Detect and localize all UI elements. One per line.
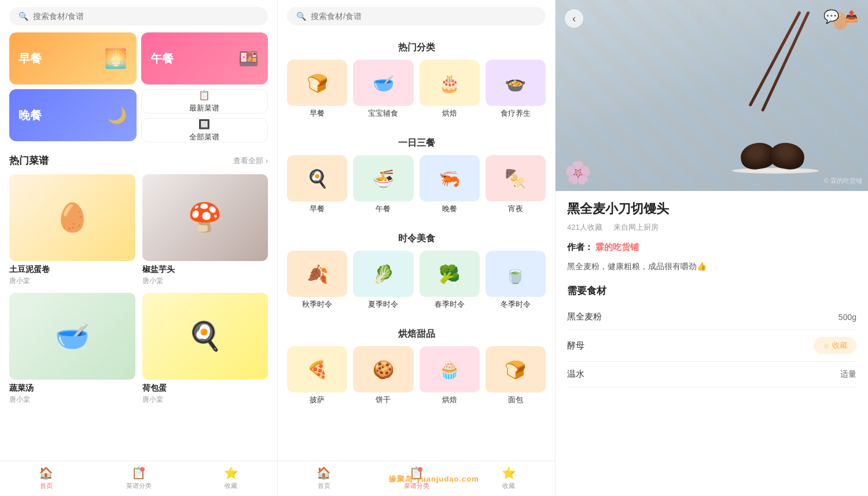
recipe-author-0: 唐小棠 <box>9 276 135 286</box>
dessert-title: 烘焙甜品 <box>278 319 555 346</box>
home-scroll: 早餐 🌅 午餐 🍱 晚餐 🌙 📋 最新菜谱 🔲 全部菜谱 <box>0 32 277 461</box>
recipe-name-1: 椒盐芋头 <box>142 264 269 275</box>
cat-item-summer[interactable]: 🥬 夏季时令 <box>353 251 413 310</box>
collect-count: 421人收藏 <box>567 223 602 232</box>
cat-img-pizza: 🍕 <box>287 346 347 392</box>
cat-label-health: 食疗养生 <box>486 108 546 119</box>
search-bar-home[interactable]: 🔍 <box>9 7 268 25</box>
all-recipe-label: 全部菜谱 <box>189 132 219 142</box>
recipe-title: 黑全麦小刀切馒头 <box>567 200 856 218</box>
favorites-nav-icon: ⭐ <box>224 466 238 480</box>
cat-img-cake: 🧁 <box>420 346 480 392</box>
bottom-nav-bar-category: 🏠 首页 📋 菜谱分类 ⭐ 收藏 <box>278 461 555 496</box>
cat-img-lunch: 🍜 <box>353 155 413 201</box>
cat-item-cookie[interactable]: 🍪 饼干 <box>353 346 413 405</box>
search-input-home[interactable] <box>33 12 259 21</box>
cat-label-bfast: 早餐 <box>287 204 347 214</box>
back-button[interactable]: ‹ <box>565 9 583 28</box>
category-nav-label-cat: 菜谱分类 <box>404 482 429 490</box>
search-input-category[interactable] <box>311 12 536 21</box>
cat-img-health: 🍲 <box>486 60 546 106</box>
three-meals-title: 一日三餐 <box>278 128 555 155</box>
search-bar-category[interactable]: 🔍 <box>287 7 546 25</box>
cat-label-pizza: 披萨 <box>287 395 347 405</box>
cat-item-breakfast[interactable]: 🍞 早餐 <box>287 60 347 119</box>
cat-item-spring[interactable]: 🥦 春季时令 <box>420 251 480 310</box>
cat-img-baby: 🥣 <box>353 60 413 106</box>
ingredient-name-1: 酵母 <box>567 340 584 351</box>
cat-item-baking[interactable]: 🎂 烘焙 <box>420 60 480 119</box>
panel-detail: 🌸 🥚 ‹ 💬 📤 © 霖的吃货铺 黑全麦小刀切馒头 421人收藏 来自网上厨房… <box>556 0 868 496</box>
cat-item-dinner[interactable]: 🦐 晚餐 <box>420 155 480 214</box>
cat-label-bread: 面包 <box>486 395 546 405</box>
category-badge-cat <box>418 467 422 472</box>
cat-label-cookie: 饼干 <box>353 395 413 405</box>
nav-home[interactable]: 🏠 首页 <box>0 461 93 496</box>
cat-img-night: 🍢 <box>486 155 546 201</box>
cat-label-autumn: 秋季时令 <box>287 299 347 310</box>
nav-favorites[interactable]: ⭐ 收藏 <box>185 461 277 496</box>
new-recipe-label: 最新菜谱 <box>189 103 219 113</box>
cat-item-autumn[interactable]: 🍂 秋季时令 <box>287 251 347 310</box>
recipe-card-2[interactable]: 🥣 蔬菜汤 唐小棠 <box>9 293 135 405</box>
cat-item-night[interactable]: 🍢 宵夜 <box>486 155 546 214</box>
nav-favorites-cat[interactable]: ⭐ 收藏 <box>462 461 555 496</box>
recipe-card-3[interactable]: 🍳 荷包蛋 唐小棠 <box>142 293 269 405</box>
cat-label-winter: 冬季时令 <box>486 299 546 310</box>
home-nav-label-cat: 首页 <box>318 482 330 490</box>
cat-label-dinner: 晚餐 <box>420 204 480 214</box>
lunch-label: 午餐 <box>150 51 174 67</box>
recipe-name-3: 荷包蛋 <box>142 383 269 394</box>
cat-label-baking: 烘焙 <box>420 108 480 119</box>
cat-img-spring: 🥦 <box>420 251 480 297</box>
flower-decoration: 🌸 <box>564 160 591 185</box>
nav-category[interactable]: 📋 菜谱分类 <box>93 461 185 496</box>
cat-item-bfast[interactable]: 🍳 早餐 <box>287 155 347 214</box>
new-recipe-button[interactable]: 📋 最新菜谱 <box>141 89 269 113</box>
dinner-button[interactable]: 晚餐 🌙 <box>9 89 137 141</box>
all-recipe-icon: 🔲 <box>198 119 210 130</box>
recipe-card-1[interactable]: 🍄 椒盐芋头 唐小棠 <box>142 174 269 286</box>
panel-home: 🔍 早餐 🌅 午餐 🍱 晚餐 🌙 📋 最新菜谱 <box>0 0 278 496</box>
author-row: 作者： 霖的吃货铺 <box>567 242 856 253</box>
wechat-icon[interactable]: 💬 <box>823 9 839 24</box>
seasonal-title: 时令美食 <box>278 223 555 251</box>
cat-item-pizza[interactable]: 🍕 披萨 <box>287 346 347 405</box>
share-icon[interactable]: 📤 <box>844 9 859 23</box>
three-meals-grid: 🍳 早餐 🍜 午餐 🦐 晚餐 🍢 宵夜 <box>278 155 555 223</box>
cat-item-cake[interactable]: 🧁 烘焙 <box>420 346 480 405</box>
nav-category-cat[interactable]: 📋 菜谱分类 <box>370 461 463 496</box>
recipe-card-0[interactable]: 🥚 土豆泥蛋卷 唐小棠 <box>9 174 135 286</box>
cat-item-lunch[interactable]: 🍜 午餐 <box>353 155 413 214</box>
nav-home-cat[interactable]: 🏠 首页 <box>278 461 370 496</box>
cat-item-winter[interactable]: 🍵 冬季时令 <box>486 251 546 310</box>
hot-cat-grid: 🍞 早餐 🥣 宝宝辅食 🎂 烘焙 🍲 食疗养生 <box>278 60 555 128</box>
cat-img-bread: 🍞 <box>486 346 546 392</box>
view-all-link[interactable]: 查看全部 › <box>233 156 268 166</box>
detail-body: 黑全麦小刀切馒头 421人收藏 来自网上厨房 作者： 霖的吃货铺 黑全麦粉，健康… <box>556 191 868 396</box>
author-name[interactable]: 霖的吃货铺 <box>595 242 639 253</box>
lunch-icon: 🍱 <box>238 49 259 68</box>
seasonal-grid: 🍂 秋季时令 🥬 夏季时令 🥦 春季时令 🍵 冬季时令 <box>278 251 555 319</box>
search-icon-category: 🔍 <box>296 12 306 21</box>
cat-item-baby[interactable]: 🥣 宝宝辅食 <box>353 60 413 119</box>
collect-button[interactable]: ☆ 收藏 <box>814 337 856 354</box>
cat-item-health[interactable]: 🍲 食疗养生 <box>486 60 546 119</box>
lunch-button[interactable]: 午餐 🍱 <box>141 32 269 84</box>
all-recipe-button[interactable]: 🔲 全部菜谱 <box>141 118 269 142</box>
bottom-nav-home: 🏠 首页 📋 菜谱分类 ⭐ 收藏 <box>0 461 277 496</box>
watermark: © 霖的吃货铺 <box>824 177 862 185</box>
cat-img-baking: 🎂 <box>420 60 480 106</box>
cat-label-baby: 宝宝辅食 <box>353 108 413 119</box>
breakfast-button[interactable]: 早餐 🌅 <box>9 32 137 84</box>
cat-label-summer: 夏季时令 <box>353 299 413 310</box>
ingredient-name-0: 黑全麦粉 <box>567 311 602 322</box>
dessert-grid: 🍕 披萨 🍪 饼干 🧁 烘焙 🍞 面包 <box>278 346 555 414</box>
recipe-description: 黑全麦粉，健康粗粮，成品很有嚼劲👍 <box>567 260 856 273</box>
cat-item-bread[interactable]: 🍞 面包 <box>486 346 546 405</box>
bowl-container <box>729 127 822 174</box>
meal-grid: 早餐 🌅 午餐 🍱 晚餐 🌙 📋 最新菜谱 🔲 全部菜谱 <box>0 32 277 149</box>
cat-label-spring: 春季时令 <box>420 299 480 310</box>
panel-category: 🔍 热门分类 🍞 早餐 🥣 宝宝辅食 🎂 烘焙 🍲 食疗养生 一日三 <box>278 0 556 496</box>
favorites-nav-label: 收藏 <box>225 482 237 490</box>
